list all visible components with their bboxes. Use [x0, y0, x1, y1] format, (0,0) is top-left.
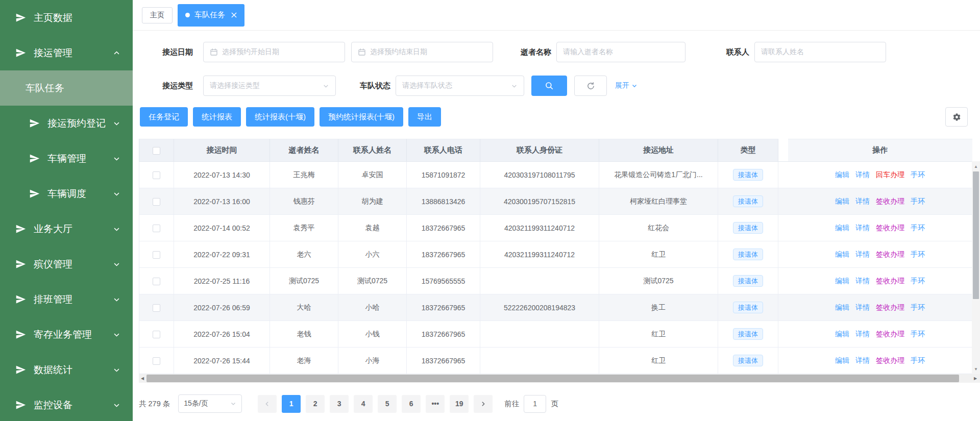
sidebar-item[interactable]: 主页数据 — [0, 0, 133, 35]
tab-bar: 主页 车队任务 — [133, 0, 980, 31]
row-select-cell — [139, 294, 174, 321]
row-checkbox[interactable] — [153, 198, 160, 206]
row-checkbox[interactable] — [153, 225, 160, 232]
row-checkbox[interactable] — [153, 304, 160, 312]
contact-name-input[interactable]: 请联系人姓名 — [754, 42, 886, 62]
scroll-down-arrow-icon[interactable]: ▼ — [972, 365, 980, 373]
sidebar-item[interactable]: 寄存业务管理 — [0, 317, 133, 352]
horizontal-scroll-thumb[interactable] — [146, 375, 959, 382]
toolbar-button-2[interactable]: 统计报表(十堰) — [246, 107, 314, 127]
sidebar-item[interactable]: 车辆调度 — [0, 176, 133, 211]
action-link[interactable]: 签收办理 — [876, 224, 904, 232]
table-cell: 13886813426 — [407, 188, 480, 215]
action-link[interactable]: 签收办理 — [876, 356, 904, 364]
date-end-input[interactable]: 选择预约结束日期 — [351, 42, 493, 62]
sidebar-item[interactable]: 排班管理 — [0, 282, 133, 317]
toolbar-button-0[interactable]: 任务登记 — [140, 107, 188, 127]
page-button-6[interactable]: 6 — [402, 395, 421, 413]
page-button-3[interactable]: 3 — [330, 395, 349, 413]
action-link[interactable]: 详情 — [855, 330, 870, 338]
expand-toggle[interactable]: 展开 — [615, 81, 638, 90]
column-settings-button[interactable] — [945, 107, 968, 127]
close-tab-icon[interactable] — [231, 12, 237, 18]
table-row: 2022-07-26 06:59大哈小哈18372667965522226200… — [139, 294, 972, 321]
sidebar-item[interactable]: 数据统计 — [0, 352, 133, 387]
action-link[interactable]: 详情 — [855, 197, 870, 205]
action-link[interactable]: 详情 — [855, 277, 870, 285]
goto-page-input[interactable] — [524, 395, 546, 413]
action-link[interactable]: 签收办理 — [876, 330, 904, 338]
select-all-checkbox[interactable] — [153, 147, 160, 155]
action-link[interactable]: 编辑 — [835, 356, 849, 364]
fleet-status-select[interactable]: 请选择车队状态 — [396, 76, 524, 96]
action-link[interactable]: 手环 — [911, 250, 925, 258]
page-size-select[interactable]: 15条/页 — [178, 394, 242, 413]
page-button-5[interactable]: 5 — [378, 395, 397, 413]
action-link[interactable]: 签收办理 — [876, 277, 904, 285]
action-link[interactable]: 详情 — [855, 224, 870, 232]
toolbar-button-1[interactable]: 统计报表 — [193, 107, 241, 127]
next-page-button[interactable] — [474, 395, 493, 413]
action-link[interactable]: 手环 — [911, 197, 925, 205]
sidebar-item[interactable]: 监控设备 — [0, 387, 133, 421]
sidebar-item[interactable]: 车队任务 — [0, 70, 133, 106]
toolbar-button-4[interactable]: 导出 — [408, 107, 441, 127]
row-checkbox[interactable] — [153, 171, 160, 179]
pickup-type-select[interactable]: 请选择接运类型 — [203, 76, 336, 96]
search-button[interactable] — [531, 76, 567, 96]
action-link[interactable]: 手环 — [911, 277, 925, 285]
action-link[interactable]: 手环 — [911, 356, 925, 364]
row-checkbox[interactable] — [153, 278, 160, 285]
toolbar-button-3[interactable]: 预约统计报表(十堰) — [320, 107, 403, 127]
scroll-left-arrow-icon[interactable]: ◀ — [139, 374, 146, 383]
table-cell: 2022-07-14 00:52 — [174, 215, 270, 241]
action-link[interactable]: 编辑 — [835, 197, 849, 205]
row-checkbox[interactable] — [153, 357, 160, 365]
page-button-19[interactable]: 19 — [450, 395, 469, 413]
action-link[interactable]: 手环 — [911, 330, 925, 338]
action-link[interactable]: 签收办理 — [876, 250, 904, 258]
more-pages-button[interactable]: ••• — [426, 395, 445, 413]
goto-page: 前往 页 — [504, 395, 558, 413]
vertical-scrollbar[interactable]: ▲ ▼ — [972, 161, 980, 374]
action-link[interactable]: 编辑 — [835, 224, 849, 232]
action-link[interactable]: 签收办理 — [876, 197, 904, 205]
action-link[interactable]: 编辑 — [835, 303, 849, 311]
action-link[interactable]: 详情 — [855, 250, 870, 258]
scroll-up-arrow-icon[interactable]: ▲ — [972, 162, 980, 170]
row-checkbox[interactable] — [153, 331, 160, 338]
action-link[interactable]: 编辑 — [835, 170, 849, 179]
sidebar-item[interactable]: 接运预约登记 — [0, 106, 133, 141]
action-link[interactable]: 手环 — [911, 224, 925, 232]
sidebar-item[interactable]: 殡仪管理 — [0, 246, 133, 282]
date-start-input[interactable]: 选择预约开始日期 — [203, 42, 345, 62]
action-link[interactable]: 详情 — [855, 356, 870, 364]
page-button-1[interactable]: 1 — [282, 395, 301, 413]
action-link[interactable]: 详情 — [855, 303, 870, 311]
action-link[interactable]: 编辑 — [835, 277, 849, 285]
tab-fleet-tasks[interactable]: 车队任务 — [178, 4, 244, 27]
action-link[interactable]: 编辑 — [835, 250, 849, 258]
deceased-name-input[interactable]: 请输入逝者名称 — [556, 42, 685, 62]
action-link[interactable]: 手环 — [911, 170, 925, 179]
row-checkbox[interactable] — [153, 251, 160, 259]
action-link[interactable]: 手环 — [911, 303, 925, 311]
sidebar-item[interactable]: 业务大厅 — [0, 211, 133, 246]
prev-page-button[interactable] — [258, 395, 277, 413]
refresh-button[interactable] — [574, 76, 607, 96]
table-row: 2022-07-13 16:00钱惠芬胡为建138868134264203001… — [139, 188, 972, 215]
page-button-2[interactable]: 2 — [306, 395, 325, 413]
sidebar-item[interactable]: 车辆管理 — [0, 141, 133, 176]
send-icon — [15, 224, 26, 234]
vertical-scroll-thumb[interactable] — [973, 171, 979, 299]
deceased-name-placeholder: 请输入逝者名称 — [563, 47, 613, 57]
scroll-right-arrow-icon[interactable]: ▶ — [972, 374, 979, 383]
horizontal-scrollbar[interactable]: ◀ ▶ — [139, 374, 980, 383]
action-link[interactable]: 回车办理 — [876, 170, 904, 179]
tab-home[interactable]: 主页 — [142, 7, 173, 23]
action-link[interactable]: 签收办理 — [876, 303, 904, 311]
action-link[interactable]: 编辑 — [835, 330, 849, 338]
page-button-4[interactable]: 4 — [354, 395, 373, 413]
sidebar-item[interactable]: 接运管理 — [0, 35, 133, 70]
action-link[interactable]: 详情 — [855, 170, 870, 179]
